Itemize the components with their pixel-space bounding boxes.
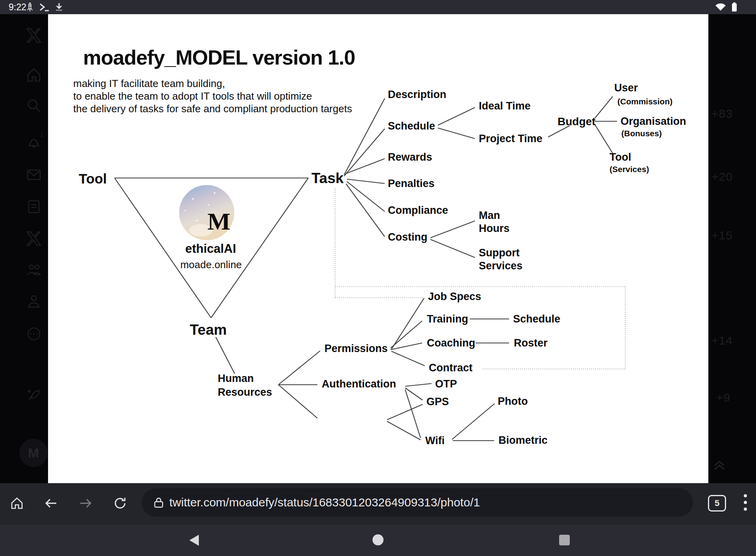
messages-icon[interactable] bbox=[26, 167, 42, 183]
mindmap-node-permissions: Permissions bbox=[324, 343, 388, 354]
mindmap-edge bbox=[278, 385, 317, 418]
mindmap-node-organisation: Organisation bbox=[621, 115, 686, 127]
collapse-chevron-icon[interactable] bbox=[712, 459, 726, 471]
mindmap-node-user-sub: (Commission) bbox=[617, 97, 673, 106]
mindmap-node-tool-left: Tool bbox=[79, 171, 107, 186]
browser-home-button[interactable] bbox=[10, 496, 24, 510]
mindmap-node-costing: Costing bbox=[388, 231, 428, 243]
browser-menu-button[interactable] bbox=[743, 494, 747, 512]
svg-text:M: M bbox=[208, 208, 231, 235]
mindmap-node-biometric: Biometric bbox=[498, 434, 548, 446]
mindmap-edge bbox=[391, 351, 425, 366]
notification-badge: 1 bbox=[40, 132, 43, 138]
reload-button[interactable] bbox=[113, 496, 127, 510]
mindmap-node-subtitle-3: the delivery of tasks for safe and compl… bbox=[73, 103, 352, 115]
mindmap-node-schedule-right: Schedule bbox=[513, 313, 560, 325]
mindmap-edge bbox=[430, 221, 475, 238]
mindmap-node-hours: Hours bbox=[479, 222, 510, 234]
url-text: twitter.com/moadefy/status/1683301203264… bbox=[169, 496, 480, 509]
mindmap-node-rewards: Rewards bbox=[388, 151, 432, 163]
nav-recents-button[interactable] bbox=[559, 535, 570, 545]
mindmap-node-otp: OTP bbox=[435, 378, 457, 390]
mindmap-node-services: Services bbox=[479, 260, 523, 272]
photo-viewer-overlay: +83 +20 +15 +14 +9 bbox=[708, 14, 756, 483]
compose-icon[interactable] bbox=[26, 387, 42, 402]
mindmap-node-support: Support bbox=[479, 247, 519, 259]
mindmap-node-moade-online: moade.online bbox=[180, 259, 242, 271]
search-icon[interactable] bbox=[26, 98, 42, 113]
engagement-count: +15 bbox=[712, 229, 733, 242]
notifications-icon[interactable]: 1 bbox=[26, 135, 42, 150]
mindmap-edge bbox=[346, 184, 385, 237]
mindmap-node-authentication: Authentication bbox=[322, 378, 396, 390]
mindmap-node-description: Description bbox=[388, 89, 447, 100]
engagement-count: +9 bbox=[716, 391, 730, 404]
mindmap-node-schedule-task: Schedule bbox=[388, 120, 435, 132]
mindmap-edge bbox=[347, 182, 385, 211]
nav-home-button[interactable] bbox=[372, 534, 384, 545]
mindmap-node-man: Man bbox=[479, 209, 500, 221]
mindmap-edge bbox=[430, 239, 475, 258]
mindmap-edge bbox=[387, 421, 421, 440]
more-icon[interactable] bbox=[26, 326, 42, 342]
mindmap-node-coaching: Coaching bbox=[427, 337, 475, 349]
mindmap-edge bbox=[216, 337, 235, 374]
mindmap-edge bbox=[595, 124, 613, 154]
mindmap-node-title: moadefy_MODEL version 1.0 bbox=[83, 46, 355, 69]
mindmap-edge bbox=[438, 107, 475, 125]
download-icon bbox=[54, 2, 64, 12]
home-icon[interactable] bbox=[26, 67, 42, 83]
lists-icon[interactable] bbox=[26, 199, 42, 215]
globe-logo: M bbox=[179, 185, 234, 240]
mindmap-svg: M moadefy_MODEL version 1.0making IT fac… bbox=[48, 14, 708, 483]
tweet-photo-diagram[interactable]: M moadefy_MODEL version 1.0making IT fac… bbox=[48, 14, 708, 483]
nav-back-button[interactable] bbox=[189, 535, 199, 546]
mindmap-node-ideal-time: Ideal Time bbox=[479, 100, 531, 112]
mindmap-node-compliance: Compliance bbox=[388, 204, 448, 216]
mindmap-edge bbox=[595, 96, 613, 119]
lock-icon bbox=[154, 497, 164, 508]
mindmap-node-subtitle-1: making IT facilitate team building, bbox=[73, 78, 225, 89]
mindmap-node-budget: Budget bbox=[558, 115, 595, 128]
wifi-icon bbox=[715, 2, 726, 12]
mindmap-node-human: Human bbox=[218, 373, 254, 384]
terminal-icon bbox=[39, 2, 50, 12]
premium-x-icon[interactable] bbox=[26, 231, 42, 246]
mindmap-node-project-time: Project Time bbox=[479, 133, 543, 145]
avatar[interactable]: M bbox=[19, 439, 48, 467]
mindmap-node-tool-right: Tool bbox=[610, 151, 631, 163]
mindmap-edge bbox=[278, 351, 320, 385]
mindmap-node-team: Team bbox=[190, 322, 227, 338]
mindmap-node-penalties: Penalties bbox=[388, 178, 435, 189]
tab-count: 5 bbox=[715, 498, 719, 508]
mindmap-edge bbox=[347, 179, 385, 183]
tab-counter[interactable]: 5 bbox=[708, 495, 726, 512]
mindmap-node-subtitle-2: to enable the team to adopt IT tools tha… bbox=[73, 90, 312, 102]
rocket-icon bbox=[26, 2, 34, 12]
clock: 9:22 bbox=[9, 2, 26, 13]
status-bar: 9:22 bbox=[0, 0, 756, 14]
x-logo-icon[interactable] bbox=[26, 28, 42, 43]
engagement-count: +83 bbox=[712, 107, 733, 120]
mindmap-node-training: Training bbox=[427, 313, 468, 325]
mindmap-node-resources: Resources bbox=[218, 386, 272, 398]
android-nav-bar bbox=[0, 524, 756, 556]
battery-icon bbox=[731, 2, 738, 12]
mindmap-node-roster: Roster bbox=[514, 337, 548, 349]
forward-button[interactable] bbox=[78, 496, 93, 510]
back-button[interactable] bbox=[44, 496, 58, 510]
engagement-count: +14 bbox=[712, 334, 733, 347]
mindmap-node-task: Task bbox=[311, 170, 344, 186]
mindmap-node-tool-right-sub: (Services) bbox=[610, 165, 649, 174]
mindmap-edge bbox=[452, 404, 495, 439]
mindmap-node-user: User bbox=[614, 82, 638, 94]
communities-icon[interactable] bbox=[26, 262, 42, 278]
mindmap-node-contract: Contract bbox=[429, 362, 472, 374]
mindmap-edge bbox=[405, 384, 432, 386]
url-bar[interactable]: twitter.com/moadefy/status/1683301203264… bbox=[142, 488, 693, 517]
mindmap-edge bbox=[387, 404, 422, 420]
mindmap-node-ethicalai: ethicalAI bbox=[185, 242, 236, 256]
profile-icon[interactable] bbox=[26, 294, 42, 310]
twitter-sidebar: 1 M bbox=[0, 14, 48, 483]
engagement-count: +20 bbox=[712, 170, 733, 183]
